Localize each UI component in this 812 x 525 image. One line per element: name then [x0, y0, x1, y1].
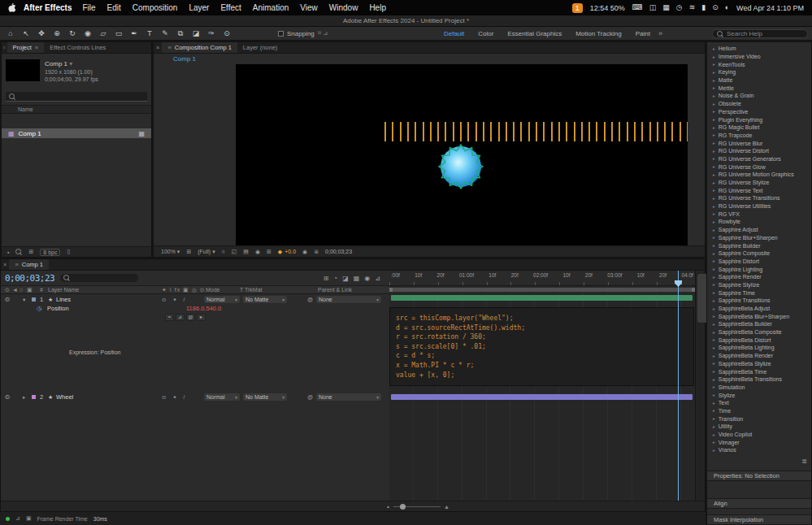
chevron-right-icon[interactable]: ▸: [713, 416, 715, 421]
project-search-input[interactable]: [6, 92, 147, 102]
effects-category-row[interactable]: ▸ Immersive Video: [707, 53, 811, 61]
workspace-tab[interactable]: Default: [444, 30, 464, 37]
workspace-tab[interactable]: Motion Tracking: [575, 30, 621, 37]
eye-icon[interactable]: ⊙: [5, 295, 10, 304]
comp-thumbnail[interactable]: [6, 59, 40, 81]
chevron-right-icon[interactable]: ▸: [713, 267, 715, 271]
resolution-select[interactable]: (Full) ▾: [198, 249, 215, 255]
chevron-right-icon[interactable]: ▸: [713, 408, 715, 413]
status-icon[interactable]: ◫: [649, 0, 657, 15]
chevron-right-icon[interactable]: ▸: [713, 290, 715, 295]
chevron-right-icon[interactable]: ▸: [713, 204, 715, 209]
project-item-comp1[interactable]: ▦ Comp 1 ▦: [2, 128, 151, 138]
track-matte-select[interactable]: No Matte▾: [243, 296, 287, 303]
menu-item[interactable]: View: [300, 3, 318, 12]
composition-viewport[interactable]: [236, 64, 688, 246]
tool-icon[interactable]: ▱: [99, 29, 107, 38]
effects-category-row[interactable]: ▸ Stylize: [707, 391, 811, 399]
close-icon[interactable]: ×: [154, 44, 162, 51]
chevron-right-icon[interactable]: ▸: [713, 448, 715, 453]
effects-category-row[interactable]: ▸ SapphireBeta Time: [707, 367, 811, 375]
track-matte-select[interactable]: No Matte▾: [243, 393, 287, 401]
effects-category-row[interactable]: ▸ Simulation: [707, 384, 811, 392]
chevron-right-icon[interactable]: ▸: [713, 211, 715, 216]
blend-mode-select[interactable]: Normal▾: [204, 393, 240, 401]
status-icon[interactable]: ≋: [689, 0, 696, 15]
twirl-open-icon[interactable]: ▾: [23, 295, 25, 304]
timeline-toggle-icon[interactable]: ▦: [354, 275, 360, 282]
expression-code-line[interactable]: src = thisComp.layer("Wheel");: [396, 314, 693, 323]
zoom-in-frames-icon[interactable]: ▲: [444, 504, 449, 510]
chevron-right-icon[interactable]: ▸: [713, 62, 715, 67]
chevron-right-icon[interactable]: ▸: [713, 156, 715, 161]
effects-category-row[interactable]: ▸ Plugin Everything: [707, 115, 811, 124]
chevron-right-icon[interactable]: ▸: [713, 322, 715, 327]
chevron-right-icon[interactable]: ▸: [713, 298, 715, 303]
solo-column-icon[interactable]: ○: [20, 286, 23, 294]
pick-whip-icon[interactable]: @: [307, 393, 313, 401]
tab-project[interactable]: Project ≡: [7, 42, 45, 54]
effects-category-row[interactable]: ▸ Sapphire Builder: [707, 241, 811, 249]
chevron-right-icon[interactable]: ▸: [713, 219, 715, 224]
properties-panel-header[interactable]: Properties: No Selection: [707, 471, 811, 481]
effects-category-row[interactable]: ▸ Sapphire Distort: [707, 258, 811, 266]
chevron-right-icon[interactable]: ▸: [713, 345, 715, 350]
timeline-search-input[interactable]: [60, 274, 138, 282]
effects-category-row[interactable]: ▸ Time: [707, 407, 811, 415]
mask-interpolation-panel-header[interactable]: Mask Interpolation: [707, 514, 811, 525]
effects-category-row[interactable]: ▸ RG Magic Bullet: [707, 124, 811, 132]
chevron-right-icon[interactable]: ▸: [713, 141, 715, 145]
layer-switches[interactable]: ⊙ ✦ /: [162, 295, 187, 304]
chevron-right-icon[interactable]: ▸: [713, 132, 715, 137]
effects-category-row[interactable]: ▸ Sapphire Render: [707, 273, 811, 281]
effects-category-row[interactable]: ▸ RG Universe Transitions: [707, 194, 811, 202]
effects-category-row[interactable]: ▸ RG Universe Distort: [707, 147, 811, 155]
timeline-track-area[interactable]: :00f10f20f01:00f10f20f02:00f10f20f03:00f…: [389, 271, 695, 501]
parent-select[interactable]: None▾: [316, 296, 381, 303]
tool-icon[interactable]: ✥: [37, 29, 46, 38]
preview-timecode[interactable]: 0;00;03;23: [325, 249, 352, 254]
chevron-right-icon[interactable]: ▸: [713, 251, 715, 256]
property-row-position[interactable]: ◷ Position 1186.0,540.0: [1, 304, 389, 313]
audio-column-icon[interactable]: ◄: [12, 286, 18, 294]
channel-menu-icon[interactable]: ≣: [314, 249, 319, 255]
chevron-right-icon[interactable]: ▸: [713, 78, 715, 83]
status-icon[interactable]: ◷: [676, 0, 683, 15]
menu-item[interactable]: Help: [369, 3, 386, 12]
timeline-toggle-icon[interactable]: ⊞: [323, 275, 329, 282]
chevron-right-icon[interactable]: ▸: [713, 228, 715, 232]
chevron-right-icon[interactable]: ▸: [713, 102, 715, 106]
search-icon[interactable]: [15, 249, 22, 255]
chevron-right-icon[interactable]: ▸: [713, 337, 715, 342]
column-mode[interactable]: Mode: [206, 286, 220, 294]
effects-category-row[interactable]: ▸ Helium: [707, 45, 811, 53]
effects-category-row[interactable]: ▸ Sapphire Adjust: [707, 226, 811, 234]
menu-item[interactable]: Composition: [132, 3, 178, 12]
expression-code-line[interactable]: s = src.scale[0] * .01;: [396, 342, 693, 352]
effects-category-row[interactable]: ▸ Rowbyte: [707, 218, 811, 226]
notification-badge[interactable]: 1: [572, 3, 583, 13]
workspace-overflow-icon[interactable]: »: [658, 29, 662, 37]
chevron-right-icon[interactable]: ▸: [713, 149, 715, 154]
chevron-right-icon[interactable]: ▸: [713, 275, 715, 280]
expression-graph-icon[interactable]: ⊿: [176, 314, 185, 321]
chevron-right-icon[interactable]: ▸: [713, 377, 715, 382]
tool-icon[interactable]: ▭: [115, 29, 123, 38]
safe-margins-icon[interactable]: ⌗: [222, 249, 225, 255]
effects-category-row[interactable]: ▸ Sapphire Blur+Sharpen: [707, 234, 811, 242]
expression-language-menu-icon[interactable]: ▸: [197, 314, 206, 321]
tab-layer[interactable]: Layer (none): [237, 42, 284, 54]
chevron-right-icon[interactable]: ▸: [713, 196, 715, 201]
wheel-layer-duration-bar[interactable]: [391, 394, 693, 400]
effects-category-row[interactable]: ▸ RG Universe Motion Graphics: [707, 171, 811, 179]
panel-options-icon[interactable]: ≣: [801, 458, 807, 465]
chevron-right-icon[interactable]: ▸: [713, 164, 715, 169]
magnification-select[interactable]: 100% ▾: [161, 249, 180, 255]
effects-category-row[interactable]: ▸ Vimager: [707, 438, 811, 446]
effects-category-row[interactable]: ▸ Perspective: [707, 108, 811, 116]
panel-menu-icon[interactable]: ≡: [35, 44, 38, 51]
chevron-right-icon[interactable]: ▸: [713, 93, 715, 98]
layer-name[interactable]: Lines: [56, 295, 71, 304]
app-menu-name[interactable]: After Effects: [24, 3, 72, 12]
expression-code-line[interactable]: value + [x, 0];: [396, 371, 693, 380]
